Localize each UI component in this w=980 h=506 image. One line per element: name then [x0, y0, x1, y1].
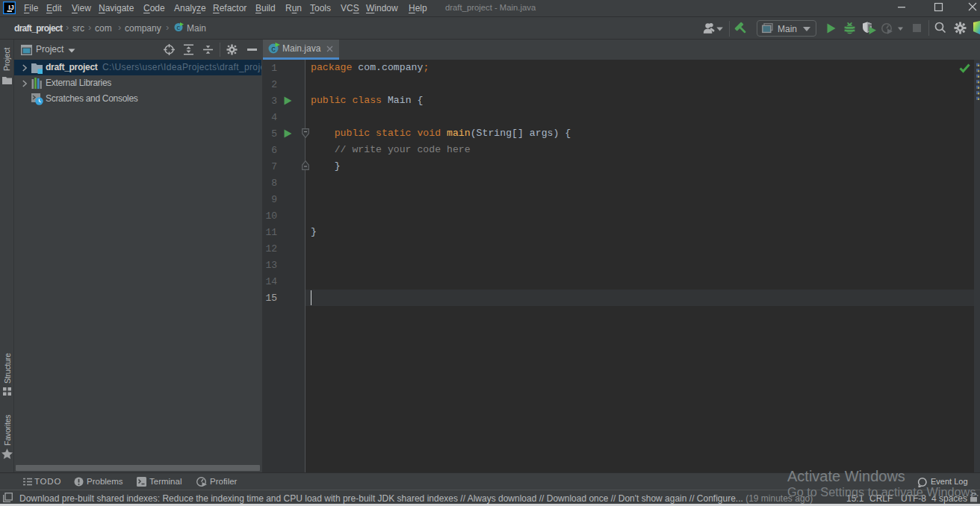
svg-text:C: C: [177, 25, 181, 31]
svg-text:C: C: [271, 46, 276, 54]
svg-text:IJ: IJ: [8, 4, 14, 11]
